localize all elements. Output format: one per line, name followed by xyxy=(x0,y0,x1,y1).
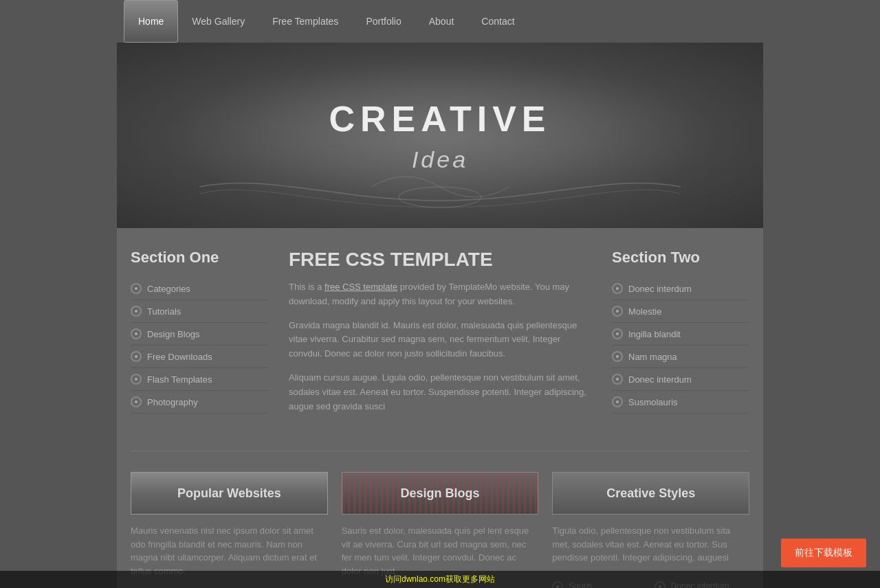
design-blogs-header: Design Blogs xyxy=(342,472,539,514)
hero-title: CREATIVE xyxy=(329,98,551,139)
list-item-susmolauris[interactable]: Susmolauris xyxy=(612,391,749,414)
bullet-icon xyxy=(131,396,142,407)
bullet-icon xyxy=(131,306,142,317)
list-item-design-blogs[interactable]: Design Blogs xyxy=(131,323,268,346)
left-column: Section One Categories Tutorials Design … xyxy=(131,249,268,423)
watermark-bar: 访问dwnlao.com获取更多网站 xyxy=(0,571,880,588)
list-item-free-downloads[interactable]: Free Downloads xyxy=(131,346,268,368)
list-item-donec-2[interactable]: Donec interdum xyxy=(612,368,749,391)
section-divider xyxy=(131,451,749,451)
list-item-flash-templates[interactable]: Flash Templates xyxy=(131,368,268,391)
center-column: FREE CSS TEMPLATE This is a free CSS tem… xyxy=(282,249,598,423)
nav-home[interactable]: Home xyxy=(124,0,178,43)
nav-portfolio[interactable]: Portfolio xyxy=(352,0,415,43)
bullet-icon xyxy=(612,351,623,362)
main-para3: Aliquam cursus augue. Ligula odio, pelle… xyxy=(289,371,591,414)
bullet-icon xyxy=(131,351,142,362)
bullet-icon xyxy=(612,283,623,294)
section-one-list: Categories Tutorials Design Blogs Free D… xyxy=(131,278,268,414)
creative-styles-header: Creative Styles xyxy=(552,472,749,514)
bullet-icon xyxy=(612,328,623,339)
popular-websites-body: Mauris venenatis nisl nec ipsum dolor si… xyxy=(131,524,328,578)
list-item-donec-1[interactable]: Donec interdum xyxy=(612,278,749,300)
list-item-photography[interactable]: Photography xyxy=(131,391,268,414)
main-para1: This is a free CSS template provided by … xyxy=(289,280,591,309)
section-two-title: Section Two xyxy=(612,249,749,267)
main-content-title: FREE CSS TEMPLATE xyxy=(289,249,591,271)
list-item-tutorials[interactable]: Tutorials xyxy=(131,300,268,323)
list-item-categories[interactable]: Categories xyxy=(131,278,268,300)
right-column: Section Two Donec interdum Molestie Ingi… xyxy=(612,249,749,423)
design-blogs-body: Sauris est dolor, malesuada quis pel len… xyxy=(342,524,539,578)
nav-about[interactable]: About xyxy=(415,0,468,43)
popular-websites-header: Popular Websites xyxy=(131,472,328,514)
bullet-icon xyxy=(131,283,142,294)
bullet-icon xyxy=(612,374,623,385)
creative-styles-body: Tigula odio, pellentesque non vestibulum… xyxy=(552,524,749,565)
main-content-area: Section One Categories Tutorials Design … xyxy=(117,228,763,444)
main-para2: Gravida magna blandit id. Mauris est dol… xyxy=(289,319,591,361)
download-button[interactable]: 前往下载模板 xyxy=(781,539,866,567)
section-two-list: Donec interdum Molestie Ingilla blandit … xyxy=(612,278,749,414)
section-one-title: Section One xyxy=(131,249,268,267)
css-template-link[interactable]: free CSS template xyxy=(324,282,397,292)
bullet-icon xyxy=(612,396,623,407)
nav-web-gallery[interactable]: Web Gallery xyxy=(178,0,258,43)
hero-subtitle: Idea xyxy=(412,146,468,173)
nav-free-templates[interactable]: Free Templates xyxy=(258,0,352,43)
bullet-icon xyxy=(131,374,142,385)
list-item-nam-magna[interactable]: Nam magna xyxy=(612,346,749,368)
bullet-icon xyxy=(612,306,623,317)
hero-section: CREATIVE Idea xyxy=(117,43,763,228)
navigation: Home Web Gallery Free Templates Portfoli… xyxy=(117,0,763,43)
list-item-ingilla[interactable]: Ingilla blandit xyxy=(612,323,749,346)
bullet-icon xyxy=(131,328,142,339)
list-item-molestie[interactable]: Molestie xyxy=(612,300,749,323)
nav-contact[interactable]: Contact xyxy=(468,0,528,43)
